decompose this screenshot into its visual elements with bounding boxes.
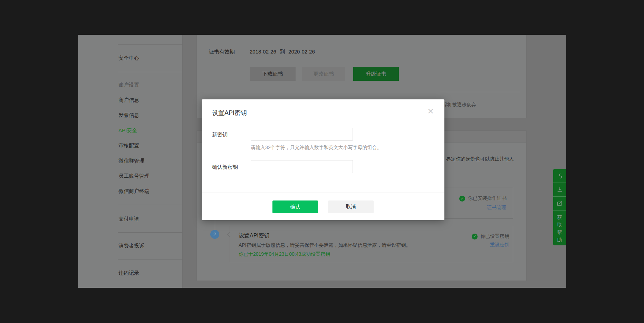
new-key-hint: 请输入32个字符，只允许输入数字和英文大小写字母的组合。 [251,145,382,151]
new-key-label: 新密钥 [212,131,228,138]
step-1-status: ✓ 你已安装操作证书 [459,195,507,202]
sidebar-item-consumer-complaints[interactable]: 消费者投诉 [118,242,183,249]
sidebar: 安全中心 账户设置 商户信息 发票信息 API安全 审核配置 微信群管理 员工账… [78,35,183,288]
check-circle-icon: ✓ [472,234,478,239]
screen: 安全中心 账户设置 商户信息 发票信息 API安全 审核配置 微信群管理 员工账… [0,0,644,323]
step-2-circle: 2 [210,230,219,239]
certificate-validity-value: 2018-02-26 到 2020-02-26 [250,49,315,55]
sidebar-item-account-settings[interactable]: 账户设置 [118,81,183,88]
download-button[interactable] [553,183,566,197]
confirm-button[interactable]: 确认 [272,200,318,213]
sidebar-divider [118,232,183,233]
sidebar-item-violation-records[interactable]: 违约记录 [118,270,183,276]
sidebar-divider [118,260,183,260]
sidebar-item-wechat-group[interactable]: 微信群管理 [118,157,183,164]
sidebar-item-merchant-info[interactable]: 商户信息 [118,97,183,104]
mini-program-link-icon [556,173,563,179]
certificate-manage-link[interactable]: 证书管理 [487,205,506,211]
step-2-status: ✓ 你已设置密钥 [472,233,509,239]
sidebar-item-payment-application[interactable]: 支付申请 [118,215,183,222]
sidebar-item-api-security[interactable]: API安全 [118,127,183,134]
related-services-button[interactable] [553,169,566,183]
get-help-label: 获取帮助 [557,213,563,244]
step-box-notch [227,232,233,237]
sidebar-item-security-center[interactable]: 安全中心 [118,55,183,61]
get-help-button[interactable]: 获取帮助 [553,211,566,244]
modal-footer-divider [202,193,444,193]
download-icon [556,186,563,193]
reset-key-link[interactable]: 重设密钥 [490,242,509,248]
set-api-key-modal: 设置API密钥 × 新密钥 请输入32个字符，只允许输入数字和英文大小写字母的组… [202,99,444,220]
sidebar-divider [118,205,183,205]
change-certificate-button[interactable]: 更改证书 [302,67,345,81]
step-2-success-note: 你已于2019年04月23日00:43成功设置密钥 [239,251,330,257]
new-key-input[interactable] [251,128,353,141]
sidebar-item-staff-accounts[interactable]: 员工账号管理 [118,173,183,179]
upgrade-certificate-button[interactable]: 升级证书 [353,67,399,81]
deprecated-note-fragment: 程将被逐步废弃 [442,102,476,108]
sidebar-divider [118,72,183,72]
step-2-status-text: 你已设置密钥 [480,233,509,239]
step-2-set-api-key-box: 设置API密钥 API密钥属于敏感信息，请妥善保管不要泄露，如果怀疑信息泄露，请… [230,226,513,262]
step-2-description: API密钥属于敏感信息，请妥善保管不要泄露，如果怀疑信息泄露，请重设密钥。 [239,242,411,248]
card-divider [204,92,520,92]
feedback-button[interactable] [553,197,566,211]
cancel-button[interactable]: 取消 [328,200,374,213]
step-1-status-text: 你已安装操作证书 [468,195,507,202]
feedback-icon [556,200,563,207]
sidebar-item-merchant-terminal[interactable]: 微信商户终端 [118,188,183,195]
modal-title: 设置API密钥 [212,109,247,117]
step-2-title: 设置API密钥 [239,232,270,239]
check-circle-icon: ✓ [459,196,465,202]
confirm-key-input[interactable] [251,160,353,173]
sidebar-item-invoice-info[interactable]: 发票信息 [118,112,183,119]
close-icon[interactable]: × [425,106,436,117]
sidebar-item-audit-config[interactable]: 审核配置 [118,142,183,149]
helper-toolbar: 获取帮助 [553,169,566,245]
download-certificate-button[interactable]: 下载证书 [250,67,296,81]
sidebar-divider [118,44,183,45]
api-intro-fragment: 界定你的身份也可以防止其他人 [446,156,514,162]
certificate-validity-label: 证书有效期 [209,49,235,55]
confirm-key-label: 确认新密钥 [212,164,238,170]
